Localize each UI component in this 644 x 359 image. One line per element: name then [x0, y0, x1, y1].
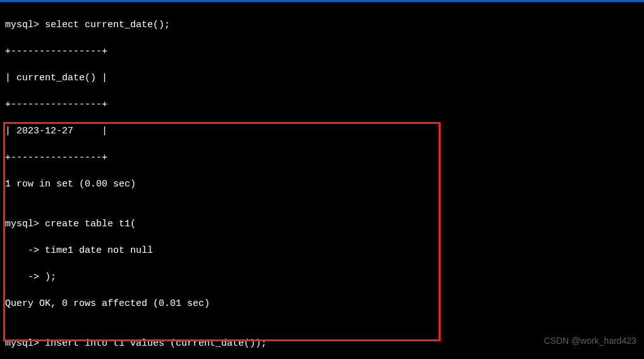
- terminal-line: | 2023-12-27 |: [5, 125, 639, 138]
- terminal-line: mysql> create table t1(: [5, 217, 639, 231]
- terminal-line: -> );: [5, 271, 639, 284]
- terminal-line: mysql> select current_date();: [5, 18, 639, 32]
- terminal-line: 1 row in set (0.00 sec): [5, 178, 639, 191]
- terminal-line: +----------------+: [5, 45, 639, 58]
- terminal-output[interactable]: mysql> select current_date(); +---------…: [0, 2, 644, 359]
- terminal-line: +----------------+: [5, 151, 639, 164]
- terminal-line: Query OK, 0 rows affected (0.01 sec): [5, 297, 639, 310]
- terminal-line: +----------------+: [5, 98, 639, 111]
- watermark-text: CSDN @work_hard423: [544, 335, 637, 348]
- terminal-line: | current_date() |: [5, 71, 639, 85]
- terminal-line: -> time1 date not null: [5, 244, 639, 257]
